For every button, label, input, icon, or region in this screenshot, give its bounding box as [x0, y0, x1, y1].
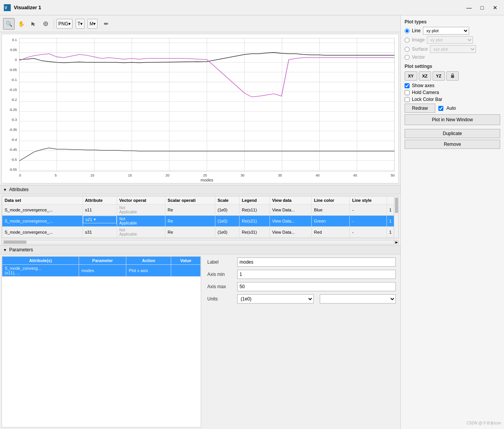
auto-checkbox[interactable]: [438, 106, 443, 111]
surface-options: xyz plot: [430, 45, 476, 53]
vector-label: Vector: [412, 54, 425, 60]
axis-max-row: Axis max: [207, 282, 396, 291]
side-actions: Duplicate Remove: [405, 129, 500, 149]
svg-rect-30: [451, 75, 454, 78]
surface-radio[interactable]: [405, 47, 410, 52]
col-attribute: Attribute: [83, 196, 117, 205]
attributes-arrow: ▼: [3, 188, 7, 192]
axis-max-input[interactable]: [237, 282, 396, 291]
title-bar: V Visualizer 1 — □ ✕: [0, 0, 504, 15]
axis-min-input[interactable]: [237, 270, 396, 279]
col-view-data: View data: [269, 196, 311, 205]
show-axes-checkbox[interactable]: [405, 83, 410, 88]
attributes-title: Attributes: [9, 187, 29, 192]
lock-color-bar-label: Lock Color Bar: [412, 97, 442, 102]
col-parameter: Parameter: [79, 257, 126, 265]
col-line-style: Line style: [350, 196, 387, 205]
col-line-color: Line color: [312, 196, 350, 205]
image-options: xy plot: [427, 36, 473, 44]
select-tool[interactable]: [28, 18, 39, 30]
plot-in-new-window-button[interactable]: Plot in New Window: [405, 114, 500, 125]
scroll-right-btn[interactable]: ▶: [394, 240, 398, 244]
params-section: Attribute(s) Parameter Action Value S_mo…: [0, 254, 400, 429]
window-controls: — □ ✕: [464, 4, 500, 12]
units-select-1[interactable]: (1e0): [237, 294, 314, 304]
right-panel: Plot types Line xy plot Image xy plot: [400, 15, 504, 429]
plot-settings-section: Plot settings XY XZ YZ Show axes Hold Ca…: [405, 64, 500, 125]
units-select-2[interactable]: [320, 294, 396, 304]
plot-settings-buttons: XY XZ YZ: [405, 71, 500, 81]
show-axes-row: Show axes: [405, 83, 500, 88]
toolbar: 🔍 ✋ PNG▾ T▾ M▾ ✏: [0, 15, 400, 32]
table-row[interactable]: S_mode_convergence_... s11 NotApplicable…: [2, 205, 398, 216]
col-dataset: Data set: [2, 196, 83, 205]
units-label: Units: [207, 296, 234, 302]
label-row: Label: [207, 257, 396, 267]
pan-tool[interactable]: ✋: [15, 18, 27, 30]
attributes-section-header[interactable]: ▼ Attributes: [0, 185, 400, 194]
surface-type-row: Surface xyz plot: [405, 45, 500, 53]
plot-types-title: Plot types: [405, 19, 500, 25]
table-row[interactable]: S_mode_convergence_... s31 NotApplicable…: [2, 227, 398, 238]
param-row[interactable]: S_mode_converg...(s11), ... modes Plot x…: [2, 265, 201, 277]
line-label: Line: [412, 28, 421, 33]
image-radio[interactable]: [405, 38, 410, 43]
redraw-button[interactable]: Redraw: [405, 104, 435, 113]
show-axes-label: Show axes: [412, 83, 435, 88]
chart-y-labels: 0.1 0.05 0 -0.05 -0.1 -0.15 -0.2 -0.25 -…: [2, 38, 18, 172]
lock-color-bar-checkbox[interactable]: [405, 97, 410, 102]
attributes-table: Data set Attribute Vector operat Scalar …: [2, 196, 398, 238]
minimize-button[interactable]: —: [464, 4, 474, 12]
yz-btn[interactable]: YZ: [433, 71, 445, 81]
table-scrollbar-v[interactable]: [394, 196, 398, 238]
units-row: Units (1e0): [207, 294, 396, 304]
chart-area: 0.1 0.05 0 -0.05 -0.1 -0.15 -0.2 -0.25 -…: [2, 34, 399, 183]
plot-types-section: Plot types Line xy plot Image xy plot: [405, 19, 500, 60]
window-title: Visualizer 1: [14, 5, 464, 10]
close-button[interactable]: ✕: [490, 4, 500, 12]
plot-settings-title: Plot settings: [405, 64, 500, 69]
export-dropdown[interactable]: PNG▾: [56, 19, 73, 29]
chart-inner: [19, 38, 395, 172]
vector-type-row: Vector: [405, 54, 500, 60]
app-icon: V: [4, 4, 11, 11]
col-vector-op: Vector operat: [117, 196, 165, 205]
zoom-tool[interactable]: 🔍: [3, 18, 15, 30]
line-options[interactable]: xy plot: [423, 27, 469, 35]
chart-svg: [19, 38, 395, 172]
plot-types-group: Line xy plot Image xy plot Surface: [405, 27, 500, 60]
auto-label: Auto: [446, 106, 456, 111]
attributes-scrollbar-h[interactable]: ▶: [2, 240, 399, 244]
remove-button[interactable]: Remove: [405, 140, 500, 149]
data-cursor-tool[interactable]: [40, 18, 51, 30]
main-layout: 🔍 ✋ PNG▾ T▾ M▾ ✏: [0, 15, 504, 429]
line-radio[interactable]: [405, 28, 410, 33]
lock-color-bar-row: Lock Color Bar: [405, 97, 500, 102]
parameters-title: Parameters: [9, 247, 33, 252]
vector-radio[interactable]: [405, 55, 410, 60]
parameters-section-header[interactable]: ▼ Parameters: [0, 245, 400, 254]
marker-dropdown[interactable]: M▾: [88, 19, 97, 29]
hold-camera-checkbox[interactable]: [405, 90, 410, 95]
maximize-button[interactable]: □: [477, 4, 487, 12]
lock-btn[interactable]: [446, 71, 459, 81]
table-row[interactable]: S_mode_convergence_... s21 ▼ NotApplicab…: [2, 216, 398, 227]
chart-xlabel: modes: [19, 178, 395, 182]
redraw-row: Redraw Auto: [405, 104, 500, 113]
label-input[interactable]: [237, 257, 396, 267]
image-type-row: Image xy plot: [405, 36, 500, 44]
hold-camera-row: Hold Camera: [405, 90, 500, 95]
image-label: Image: [412, 37, 425, 43]
attributes-table-container: Data set Attribute Vector operat Scalar …: [2, 196, 399, 238]
text-dropdown[interactable]: T▾: [76, 19, 84, 29]
surface-label: Surface: [412, 46, 428, 52]
col-value: Value: [171, 257, 200, 265]
brush-tool[interactable]: ✏: [101, 18, 112, 30]
label-label: Label: [207, 259, 234, 265]
duplicate-button[interactable]: Duplicate: [405, 129, 500, 138]
col-attributes: Attribute(s): [2, 257, 79, 265]
xy-btn[interactable]: XY: [405, 71, 417, 81]
col-action: Action: [126, 257, 171, 265]
axis-min-row: Axis min: [207, 270, 396, 279]
xz-btn[interactable]: XZ: [419, 71, 431, 81]
